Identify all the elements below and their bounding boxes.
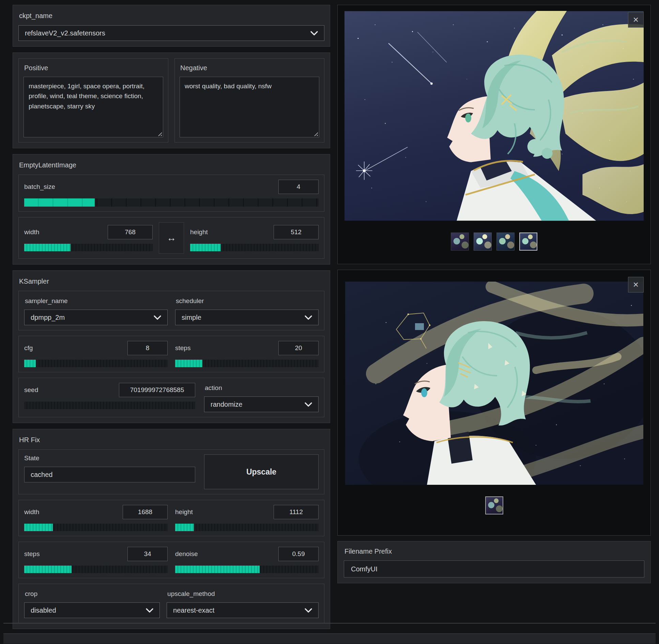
width-slider[interactable] [24, 244, 153, 251]
width-label: width [24, 228, 39, 236]
upscale-method-select[interactable]: nearest-exact [167, 602, 319, 618]
scheduler-col: scheduler simple [175, 296, 319, 325]
close-preview-button[interactable]: × [628, 12, 644, 28]
ckpt-name-label: ckpt_name [19, 12, 324, 20]
crop-upscale-method-group: crop disabled upscale_method nearest-exa… [18, 584, 324, 623]
positive-prompt-box: Positive masterpiece, 1girl, space opera… [18, 58, 168, 143]
seed-slider[interactable] [24, 402, 195, 409]
positive-prompt-input[interactable]: masterpiece, 1girl, space opera, portrai… [24, 77, 163, 137]
cfg-label: cfg [24, 344, 33, 352]
chevron-down-icon [305, 315, 312, 320]
swap-dimensions-button[interactable]: ↔ [159, 222, 184, 254]
gallery-column: × [337, 5, 651, 583]
batch-size-slider[interactable] [24, 198, 319, 207]
filename-prefix-label: Filename Prefix [344, 548, 644, 555]
state-label: State [24, 454, 39, 462]
denoise-input[interactable]: 0.59 [278, 547, 319, 561]
filename-prefix-input[interactable]: ComfyUI [344, 560, 644, 578]
positive-label: Positive [24, 64, 163, 72]
seed-label: seed [24, 386, 38, 394]
slider-fill [24, 360, 36, 367]
denoise-slider[interactable] [175, 566, 319, 573]
cfg-steps-group: cfg 8 steps 20 [18, 336, 324, 372]
width-input[interactable]: 768 [108, 225, 153, 239]
hr-steps-slider[interactable] [24, 566, 168, 573]
action-label: action [205, 384, 319, 392]
sampler-scheduler-group: sampler_name dpmpp_2m scheduler simple [18, 291, 324, 330]
sampler-col: sampler_name dpmpp_2m [24, 296, 168, 325]
batch-size-label: batch_size [24, 183, 55, 191]
negative-prompt-box: Negative worst quality, bad quality, nsf… [174, 58, 324, 143]
action-select[interactable]: randomize [204, 396, 319, 412]
upscale-method-label: upscale_method [167, 590, 319, 598]
chevron-down-icon [310, 31, 318, 35]
section-title: HR Fix [19, 436, 324, 444]
height-slider[interactable] [190, 244, 319, 251]
state-value: cached [24, 467, 195, 482]
scheduler-value: simple [182, 314, 201, 321]
seed-input[interactable]: 701999972768585 [119, 383, 195, 397]
slider-fill [190, 244, 221, 251]
seed-cell: seed 701999972768585 [24, 383, 195, 412]
sampler-name-value: dpmpp_2m [31, 314, 65, 321]
slider-fill [24, 566, 72, 573]
preview-image-starry-girl[interactable] [344, 11, 644, 221]
negative-prompt-input[interactable]: worst quality, bad quality, nsfw [180, 77, 319, 137]
preview-panel-1: × [337, 5, 651, 264]
cfg-input[interactable]: 8 [127, 341, 168, 355]
chevron-down-icon [154, 315, 161, 320]
crop-select[interactable]: disabled [24, 602, 160, 618]
upscale-button[interactable]: Upscale [204, 454, 319, 489]
ckpt-name-value: refslaveV2_v2.safetensors [25, 29, 105, 37]
upscale-method-value: nearest-exact [173, 606, 214, 614]
preview-image-upscaled-girl[interactable] [345, 282, 643, 485]
hr-steps-label: steps [24, 550, 40, 558]
hr-height-slider[interactable] [175, 524, 319, 531]
hr-steps-input[interactable]: 34 [127, 547, 168, 561]
dimensions-group: width 768 ↔ height 512 [18, 217, 324, 259]
ksampler-section: KSampler sampler_name dpmpp_2m scheduler… [13, 270, 330, 423]
negative-label: Negative [180, 64, 319, 72]
height-cell: height 512 [190, 225, 319, 251]
height-input[interactable]: 512 [274, 225, 319, 239]
sampler-name-label: sampler_name [25, 297, 168, 305]
ckpt-name-select[interactable]: refslaveV2_v2.safetensors [18, 25, 324, 41]
steps-label: steps [175, 344, 190, 352]
cfg-slider[interactable] [24, 360, 168, 367]
empty-latent-image-section: EmptyLatentImage batch_size 4 width 768 [13, 154, 330, 265]
crop-cell: crop disabled [24, 589, 160, 618]
scheduler-select[interactable]: simple [175, 310, 319, 325]
slider-fill [175, 360, 202, 367]
batch-thumbnail-4-selected[interactable] [519, 233, 537, 251]
batch-thumbnail-3[interactable] [496, 233, 515, 251]
denoise-label: denoise [175, 550, 198, 558]
upscale-thumbnail-1-selected[interactable] [485, 496, 503, 514]
crop-label: crop [25, 590, 160, 598]
sampler-name-select[interactable]: dpmpp_2m [24, 310, 168, 325]
comfyui-simple-ui: ckpt_name refslaveV2_v2.safetensors Posi… [0, 0, 659, 644]
cfg-cell: cfg 8 [24, 341, 168, 367]
chevron-down-icon [305, 608, 312, 613]
close-preview-button[interactable]: × [628, 277, 644, 293]
hr-height-cell: height 1112 [175, 505, 319, 531]
checkpoint-section: ckpt_name refslaveV2_v2.safetensors [13, 5, 330, 47]
controls-column: ckpt_name refslaveV2_v2.safetensors Posi… [13, 5, 330, 635]
hr-width-slider[interactable] [24, 524, 168, 531]
steps-input[interactable]: 20 [278, 341, 319, 355]
slider-fill [24, 244, 71, 251]
scheduler-label: scheduler [176, 297, 319, 305]
steps-slider[interactable] [175, 360, 319, 367]
hr-width-cell: width 1688 [24, 505, 168, 531]
hr-steps-denoise-group: steps 34 denoise 0.59 [18, 542, 324, 578]
chevron-down-icon [146, 608, 153, 613]
batch-size-input[interactable]: 4 [278, 180, 319, 194]
height-label: height [190, 228, 208, 236]
prompts-section: Positive masterpiece, 1girl, space opera… [13, 53, 330, 148]
action-cell: action randomize [204, 383, 319, 412]
slider-fill [175, 566, 260, 573]
batch-thumbnail-2[interactable] [474, 233, 492, 251]
seed-action-group: seed 701999972768585 action randomize [18, 378, 324, 417]
batch-thumbnail-1[interactable] [451, 233, 469, 251]
hr-width-input[interactable]: 1688 [123, 505, 168, 519]
hr-height-input[interactable]: 1112 [274, 505, 319, 519]
